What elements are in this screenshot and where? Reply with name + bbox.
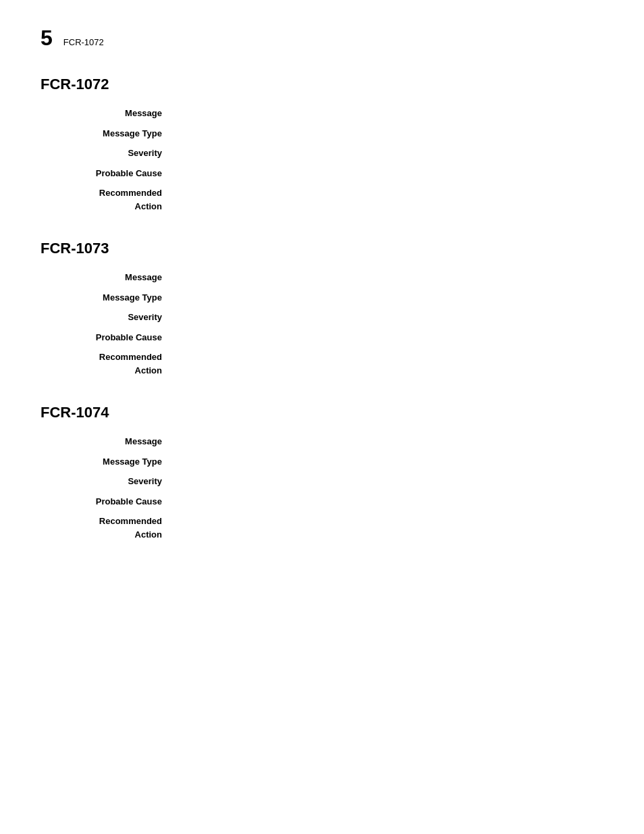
field-label-fcr-1072-3: Probable Cause [41, 167, 176, 180]
field-value-fcr-1072-2 [176, 147, 603, 160]
section-title-fcr-1072: FCR-1072 [41, 76, 603, 93]
field-row-fcr-1072-2: Severity [41, 147, 603, 160]
section-title-fcr-1073: FCR-1073 [41, 240, 603, 257]
field-label-fcr-1074-0: Message [41, 435, 176, 448]
field-label-fcr-1073-2: Severity [41, 311, 176, 324]
field-label-fcr-1072-1: Message Type [41, 127, 176, 140]
field-value-fcr-1074-3 [176, 495, 603, 509]
field-label-fcr-1072-2: Severity [41, 147, 176, 160]
field-row-fcr-1073-4: RecommendedAction [41, 350, 603, 377]
page-number: 5 [41, 27, 53, 49]
field-row-fcr-1072-1: Message Type [41, 127, 603, 140]
field-row-fcr-1072-4: RecommendedAction [41, 186, 603, 213]
section-fcr-1074: FCR-1074MessageMessage TypeSeverityProba… [41, 404, 603, 541]
field-value-fcr-1074-2 [176, 475, 603, 488]
section-fcr-1072: FCR-1072MessageMessage TypeSeverityProba… [41, 76, 603, 213]
field-row-fcr-1072-0: Message [41, 107, 603, 120]
field-label-fcr-1074-2: Severity [41, 475, 176, 488]
field-label-fcr-1072-0: Message [41, 107, 176, 120]
field-value-fcr-1074-1 [176, 455, 603, 469]
field-row-fcr-1074-4: RecommendedAction [41, 515, 603, 541]
section-title-fcr-1074: FCR-1074 [41, 404, 603, 421]
field-value-fcr-1072-1 [176, 127, 603, 140]
field-label-fcr-1073-1: Message Type [41, 291, 176, 305]
field-row-fcr-1072-3: Probable Cause [41, 167, 603, 180]
section-fcr-1073: FCR-1073MessageMessage TypeSeverityProba… [41, 240, 603, 377]
field-value-fcr-1073-4 [176, 350, 603, 377]
page-header: 5 FCR-1072 [41, 27, 603, 49]
field-label-fcr-1074-3: Probable Cause [41, 495, 176, 509]
field-row-fcr-1074-0: Message [41, 435, 603, 448]
field-row-fcr-1073-1: Message Type [41, 291, 603, 305]
field-label-fcr-1073-0: Message [41, 271, 176, 284]
field-label-fcr-1074-1: Message Type [41, 455, 176, 469]
field-value-fcr-1072-0 [176, 107, 603, 120]
field-row-fcr-1073-0: Message [41, 271, 603, 284]
field-row-fcr-1074-2: Severity [41, 475, 603, 488]
field-value-fcr-1073-1 [176, 291, 603, 305]
field-value-fcr-1073-3 [176, 331, 603, 344]
field-value-fcr-1073-2 [176, 311, 603, 324]
field-row-fcr-1074-1: Message Type [41, 455, 603, 469]
field-label-fcr-1072-4: RecommendedAction [41, 186, 176, 213]
page-id: FCR-1072 [63, 37, 104, 47]
field-label-fcr-1074-4: RecommendedAction [41, 515, 176, 541]
field-value-fcr-1072-3 [176, 167, 603, 180]
field-value-fcr-1073-0 [176, 271, 603, 284]
field-row-fcr-1074-3: Probable Cause [41, 495, 603, 509]
field-row-fcr-1073-2: Severity [41, 311, 603, 324]
field-label-fcr-1073-3: Probable Cause [41, 331, 176, 344]
field-label-fcr-1073-4: RecommendedAction [41, 350, 176, 377]
field-value-fcr-1074-4 [176, 515, 603, 541]
field-value-fcr-1072-4 [176, 186, 603, 213]
field-row-fcr-1073-3: Probable Cause [41, 331, 603, 344]
field-value-fcr-1074-0 [176, 435, 603, 448]
